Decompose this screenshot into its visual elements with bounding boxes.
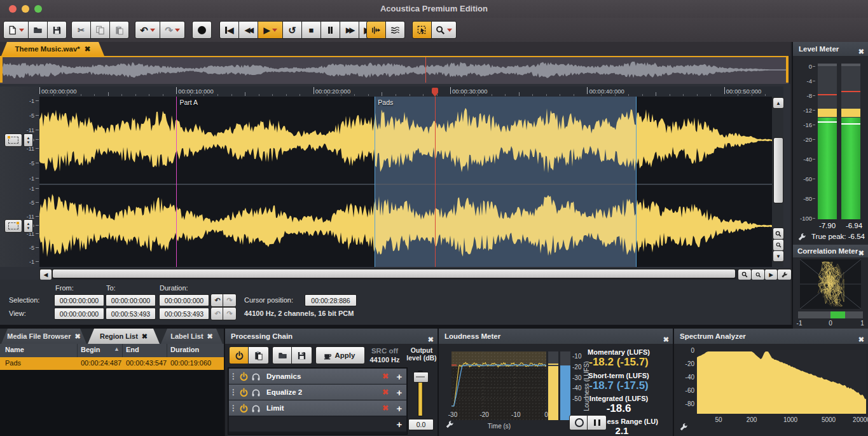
- view-redo-button[interactable]: ↷: [223, 307, 237, 320]
- remove-effect-icon[interactable]: ✖: [378, 372, 392, 381]
- close-panel-icon[interactable]: ✖: [858, 247, 864, 259]
- region-end-line[interactable]: [636, 97, 637, 267]
- effect-power-icon[interactable]: [239, 372, 249, 381]
- channel1-zoom-spinner[interactable]: ▲▼: [24, 133, 33, 147]
- document-tab[interactable]: Theme Music.wav* ✖: [1, 42, 104, 56]
- close-tab-icon[interactable]: ✖: [207, 332, 213, 341]
- region-list-header[interactable]: Name Begin ▲ End Duration: [0, 344, 224, 357]
- selection-from-field[interactable]: 00:00:00:000: [54, 294, 104, 306]
- new-file-button[interactable]: [3, 21, 29, 39]
- add-effect-icon[interactable]: +: [392, 387, 406, 398]
- scroll-right-button[interactable]: ▶: [764, 269, 778, 280]
- add-effect-icon[interactable]: +: [392, 371, 406, 382]
- tab-region-list[interactable]: Region List✖: [88, 329, 160, 344]
- scroll-left-button[interactable]: ◀: [39, 269, 52, 280]
- column-begin[interactable]: Begin: [81, 346, 100, 353]
- effect-power-icon[interactable]: [239, 404, 249, 413]
- zoom-tool-button[interactable]: [431, 21, 457, 39]
- vertical-scrollbar[interactable]: ▲ ▼: [772, 86, 783, 267]
- scrollbar-settings-button[interactable]: [777, 269, 792, 280]
- output-fader-thumb[interactable]: [413, 372, 429, 383]
- close-tab-icon[interactable]: ✖: [75, 332, 81, 341]
- close-panel-icon[interactable]: ✖: [858, 332, 864, 347]
- channel2-select-button[interactable]: [4, 219, 22, 233]
- selection-duration-field[interactable]: 00:00:00:000: [159, 294, 209, 306]
- add-effect-icon[interactable]: +: [392, 403, 406, 414]
- channel2-zoom-spinner[interactable]: ▲▼: [24, 219, 33, 233]
- pause-button[interactable]: [320, 21, 340, 39]
- chain-save-button[interactable]: [291, 346, 312, 364]
- column-duration[interactable]: Duration: [170, 346, 199, 353]
- timeline-ruler[interactable]: 00:00:00:00000:00:10:00000:00:20:00000:0…: [39, 86, 772, 97]
- stop-button[interactable]: ■: [301, 21, 321, 39]
- undo-button[interactable]: ↶: [135, 21, 160, 39]
- marker-line[interactable]: [176, 97, 177, 267]
- chain-power-button[interactable]: [229, 346, 250, 364]
- column-name[interactable]: Name: [5, 346, 24, 353]
- spectrum-settings-wrench-icon[interactable]: [679, 423, 688, 432]
- horizontal-scroll-track[interactable]: [52, 269, 736, 279]
- go-to-start-button[interactable]: ◀: [219, 21, 239, 39]
- horizontal-scroll-thumb[interactable]: [52, 269, 736, 278]
- region-row-pads[interactable]: Pads 00:00:24:487 00:00:43:547 00:00:19:…: [0, 357, 224, 370]
- record-button[interactable]: [192, 21, 212, 39]
- save-file-button[interactable]: [47, 21, 67, 39]
- selection-tool-button[interactable]: [412, 21, 432, 39]
- overview-waveform[interactable]: [0, 56, 789, 86]
- drag-handle-icon[interactable]: ⋮: [229, 404, 238, 412]
- chain-clipboard-button[interactable]: [248, 346, 269, 364]
- copy-button[interactable]: [90, 21, 110, 39]
- loop-playback-button[interactable]: ↺: [282, 21, 302, 39]
- remove-effect-icon[interactable]: ✖: [378, 388, 392, 397]
- close-panel-icon[interactable]: ✖: [663, 332, 669, 347]
- drag-handle-icon[interactable]: ⋮: [229, 388, 238, 397]
- close-tab-icon[interactable]: ✖: [142, 332, 148, 341]
- column-end[interactable]: End: [126, 346, 139, 353]
- scrub-tool-button[interactable]: [366, 21, 386, 39]
- mix-view-button[interactable]: [385, 21, 405, 39]
- scroll-up-button[interactable]: ▲: [773, 97, 784, 109]
- effect-headphones-icon[interactable]: [251, 404, 261, 413]
- loudness-settings-wrench-icon[interactable]: [445, 420, 454, 429]
- level-meter-settings-wrench-icon[interactable]: [797, 233, 806, 242]
- cut-button[interactable]: ✂: [71, 21, 91, 39]
- close-panel-icon[interactable]: ✖: [858, 44, 864, 58]
- overview-view-handle-right[interactable]: [786, 57, 789, 83]
- zoom-in-time-button[interactable]: [738, 269, 752, 280]
- effect-headphones-icon[interactable]: [251, 388, 261, 397]
- scroll-down-button[interactable]: ▼: [773, 250, 784, 262]
- cursor-position-field[interactable]: 00:00:28:886: [305, 294, 357, 306]
- selection-redo-button[interactable]: ↷: [223, 294, 237, 307]
- vertical-zoom-out-button[interactable]: [773, 239, 784, 251]
- view-duration-field[interactable]: 00:00:53:493: [159, 308, 209, 320]
- remove-effect-icon[interactable]: ✖: [378, 404, 392, 412]
- selection-to-field[interactable]: 00:00:00:000: [106, 294, 156, 306]
- effect-row[interactable]: ⋮Equalize 2✖+: [229, 385, 406, 400]
- loudness-pause-button[interactable]: [587, 415, 607, 430]
- channel1-select-button[interactable]: [4, 133, 22, 147]
- effect-row[interactable]: ⋮Limit✖+: [229, 400, 406, 416]
- horizontal-scrollbar[interactable]: ◀ ▶: [39, 268, 790, 280]
- loudness-record-button[interactable]: [569, 415, 589, 430]
- fast-forward-button[interactable]: ▶▶: [340, 21, 359, 39]
- waveform-display[interactable]: Part A Pads: [39, 97, 772, 267]
- zoom-out-time-button[interactable]: [751, 269, 765, 280]
- drag-handle-icon[interactable]: ⋮: [229, 372, 238, 381]
- close-panel-icon[interactable]: ✖: [428, 332, 434, 347]
- rewind-button[interactable]: ◀◀: [238, 21, 258, 39]
- tab-media-file-browser[interactable]: Media File Browser✖: [1, 329, 86, 344]
- region-start-line[interactable]: [375, 97, 375, 267]
- chain-open-button[interactable]: [272, 346, 293, 364]
- redo-button[interactable]: ↷: [160, 21, 185, 39]
- effect-headphones-icon[interactable]: [251, 372, 261, 381]
- paste-button[interactable]: [109, 21, 129, 39]
- open-file-button[interactable]: [28, 21, 48, 39]
- effect-power-icon[interactable]: [239, 388, 249, 397]
- close-tab-icon[interactable]: ✖: [85, 44, 91, 53]
- tab-label-list[interactable]: Label List✖: [161, 329, 223, 344]
- apply-button[interactable]: Apply: [315, 346, 365, 364]
- output-level-value[interactable]: 0.0: [408, 419, 434, 430]
- playhead-pin[interactable]: [432, 88, 438, 97]
- view-to-field[interactable]: 00:00:53:493: [106, 308, 156, 320]
- view-from-field[interactable]: 00:00:00:000: [54, 308, 104, 320]
